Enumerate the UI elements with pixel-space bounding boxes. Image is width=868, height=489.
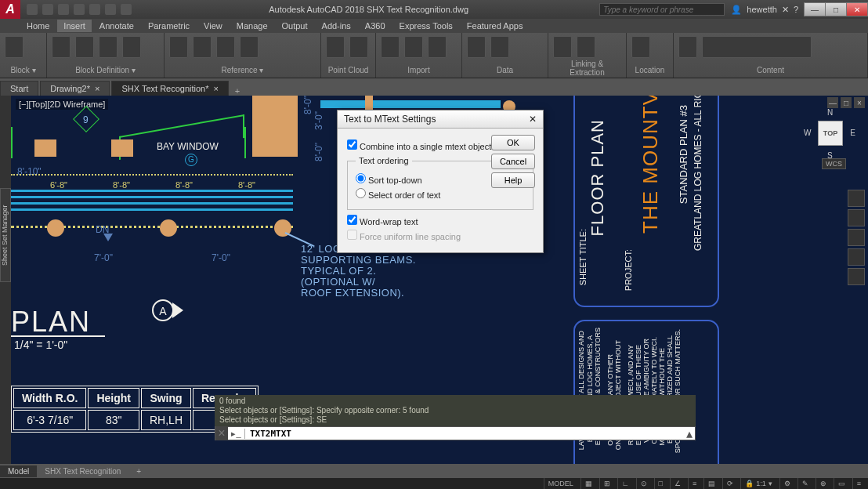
status-polar-icon[interactable]: ⊙ (636, 478, 651, 489)
new-layout-button[interactable]: + (128, 465, 144, 477)
qat-button[interactable] (42, 4, 53, 15)
word-wrap-option[interactable]: Word-wrap text (347, 215, 533, 226)
view-cube[interactable]: N S E W TOP (808, 111, 852, 155)
combine-checkbox[interactable] (347, 139, 357, 150)
ribbon-btn[interactable] (404, 36, 423, 58)
sheet-set-manager-tab[interactable]: Sheet Set Manager (0, 188, 11, 282)
status-workspace-icon[interactable]: ⊕ (816, 478, 830, 489)
close-icon[interactable]: × (95, 84, 99, 93)
new-doc-button[interactable]: + (230, 86, 244, 96)
ribbon-btn[interactable] (193, 36, 212, 58)
tab-manage[interactable]: Manage (230, 20, 274, 32)
viewport-label[interactable]: [−][Top][2D Wireframe] (16, 99, 108, 110)
tab-parametric[interactable]: Parametric (142, 20, 196, 32)
cancel-button[interactable]: Cancel (491, 154, 535, 169)
ribbon-btn[interactable] (381, 36, 400, 58)
exchange-icon[interactable]: ✕ (782, 5, 789, 15)
help-search[interactable] (599, 3, 725, 16)
select-order-option[interactable]: Select order of text (356, 188, 525, 200)
layout-tab-shx[interactable]: SHX Text Recognition (37, 465, 128, 477)
qat-button[interactable] (58, 4, 69, 15)
status-ortho-icon[interactable]: ∟ (617, 478, 633, 489)
status-customize-icon[interactable]: ≡ (852, 478, 865, 489)
wcs-label[interactable]: WCS (822, 158, 846, 169)
status-annotation-icon[interactable]: ✎ (797, 478, 812, 489)
ribbon-btn[interactable] (678, 36, 697, 58)
help-icon[interactable]: ? (794, 5, 798, 14)
nav-orbit-icon[interactable] (848, 248, 865, 266)
vp-max-icon[interactable]: □ (841, 97, 852, 108)
ribbon-btn[interactable] (52, 36, 71, 58)
ribbon-btn[interactable] (99, 36, 118, 58)
status-snap-icon[interactable]: ⊞ (599, 478, 614, 489)
status-transparency-icon[interactable]: ▤ (703, 478, 719, 489)
qat-button[interactable] (27, 4, 38, 15)
ribbon-btn[interactable] (75, 36, 94, 58)
ribbon-btn[interactable] (428, 36, 447, 58)
status-grid-icon[interactable]: ▦ (580, 478, 596, 489)
qat-button[interactable] (105, 4, 116, 15)
nav-pan-icon[interactable] (848, 209, 865, 226)
nav-wheel-icon[interactable] (848, 190, 865, 207)
doc-tab-drawing2[interactable]: Drawing2*× (40, 81, 110, 96)
ribbon-btn[interactable] (631, 36, 650, 58)
qat-button[interactable] (121, 4, 132, 15)
user-area[interactable]: 👤 hewetth ✕ ? (725, 5, 805, 15)
tab-view[interactable]: View (197, 20, 229, 32)
status-scale[interactable]: 🔒 1:1 ▾ (740, 478, 776, 489)
command-line[interactable]: × ▸_ ▴ (215, 426, 696, 440)
status-osnap-icon[interactable]: □ (654, 478, 667, 489)
app-logo[interactable]: A (0, 0, 20, 19)
status-otrack-icon[interactable]: ∠ (670, 478, 685, 489)
help-button[interactable]: Help (491, 172, 535, 188)
ribbon-btn[interactable] (5, 36, 24, 58)
tab-express[interactable]: Express Tools (393, 20, 459, 32)
ribbon-btn[interactable] (702, 36, 812, 58)
ribbon-btn[interactable] (326, 36, 345, 58)
minimize-button[interactable]: — (804, 2, 826, 16)
close-button[interactable]: ✕ (846, 2, 868, 16)
tab-home[interactable]: Home (20, 20, 56, 32)
tab-annotate[interactable]: Annotate (93, 20, 140, 32)
status-cleanscreen-icon[interactable]: ▭ (834, 478, 849, 489)
ribbon-btn[interactable] (349, 36, 368, 58)
ribbon-btn[interactable] (577, 36, 595, 58)
ribbon-btn[interactable] (122, 36, 141, 58)
dialog-title-bar[interactable]: Text to MText Settings ✕ (338, 110, 543, 129)
layout-tab-model[interactable]: Model (0, 465, 37, 477)
ribbon-btn[interactable] (467, 36, 486, 58)
tab-insert[interactable]: Insert (57, 20, 92, 32)
cmd-menu-icon[interactable]: ▴ (684, 426, 695, 441)
nav-zoom-icon[interactable] (848, 229, 865, 246)
qat-button[interactable] (89, 4, 100, 15)
maximize-button[interactable]: □ (825, 2, 847, 16)
status-model[interactable]: MODEL (544, 478, 577, 489)
tab-output[interactable]: Output (276, 20, 314, 32)
nav-showmotion-icon[interactable] (848, 268, 865, 285)
status-cycling-icon[interactable]: ⟳ (722, 478, 737, 489)
command-input[interactable] (245, 429, 684, 439)
dialog-close-icon[interactable]: ✕ (529, 114, 537, 125)
cmd-close-icon[interactable]: × (215, 426, 228, 440)
vp-close-icon[interactable]: × (854, 97, 865, 108)
qat-button[interactable] (74, 4, 85, 15)
doc-tab-start[interactable]: Start (0, 81, 38, 96)
tab-featured[interactable]: Featured Apps (461, 20, 530, 32)
close-icon[interactable]: × (214, 84, 219, 93)
vp-min-icon[interactable]: — (827, 97, 838, 108)
tab-a360[interactable]: A360 (359, 20, 392, 32)
ribbon-btn[interactable] (240, 36, 259, 58)
wrap-checkbox[interactable] (347, 215, 357, 225)
sort-radio[interactable] (356, 173, 366, 183)
cube-face[interactable]: TOP (818, 121, 843, 146)
ribbon-btn[interactable] (216, 36, 235, 58)
doc-tab-shx[interactable]: SHX Text Recognition*× (111, 81, 229, 96)
select-radio[interactable] (356, 188, 366, 198)
status-gear-icon[interactable]: ⚙ (779, 478, 794, 489)
ribbon-btn[interactable] (169, 36, 188, 58)
ribbon-btn[interactable] (553, 36, 572, 58)
status-lwt-icon[interactable]: ≡ (688, 478, 700, 489)
tab-addins[interactable]: Add-ins (316, 20, 357, 32)
ribbon-btn[interactable] (490, 36, 509, 58)
ok-button[interactable]: OK (491, 135, 535, 150)
